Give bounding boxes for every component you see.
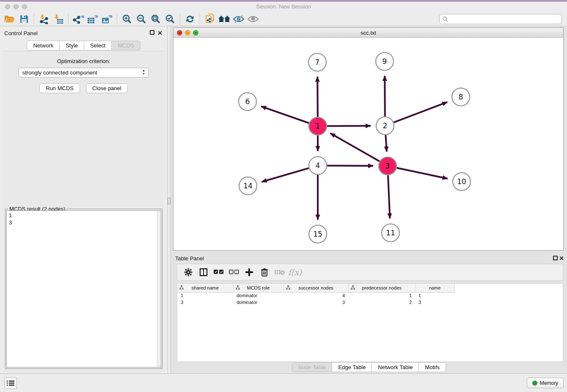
table-cell[interactable]: dominator bbox=[233, 299, 284, 306]
table-close-icon[interactable]: ✕ bbox=[559, 255, 564, 261]
table-cell[interactable]: dominator bbox=[233, 292, 284, 299]
deselect-all-button[interactable] bbox=[226, 265, 242, 279]
graph-edge-1-7[interactable] bbox=[317, 77, 318, 117]
refresh-layout-button[interactable] bbox=[183, 13, 197, 25]
create-column-button[interactable] bbox=[242, 265, 257, 279]
mcds-result-box[interactable]: 13 bbox=[6, 210, 161, 367]
task-history-button[interactable] bbox=[4, 377, 17, 389]
mcds-panel: Optimization criterion: strongly connect… bbox=[3, 51, 164, 373]
show-column-icon bbox=[199, 268, 208, 276]
column-header-name[interactable]: name bbox=[415, 284, 454, 292]
function-builder-icon: f(x) bbox=[288, 268, 302, 277]
import-table-button[interactable] bbox=[51, 13, 66, 25]
tab-node-table[interactable]: Node Table bbox=[292, 362, 333, 372]
column-header-shared-name[interactable]: shared name bbox=[177, 284, 233, 292]
graph-edge-2-8[interactable] bbox=[394, 102, 448, 122]
tab-select[interactable]: Select bbox=[84, 41, 112, 50]
toolbar-separator bbox=[68, 14, 69, 25]
delete-column-button[interactable] bbox=[257, 265, 272, 279]
tab-style[interactable]: Style bbox=[60, 41, 84, 50]
search-icon bbox=[442, 16, 448, 22]
graph-edge-4-14[interactable] bbox=[262, 168, 309, 182]
search-input[interactable] bbox=[448, 15, 561, 23]
graph-node-label-2: 2 bbox=[383, 121, 388, 130]
tab-motifs[interactable]: Motifs bbox=[419, 362, 446, 372]
new-network-from-selection-button[interactable] bbox=[203, 13, 217, 25]
graph-node-label-6: 6 bbox=[245, 97, 250, 106]
graph-edge-3-11[interactable] bbox=[388, 175, 390, 218]
zoom-out-button[interactable] bbox=[134, 13, 149, 25]
table-cell[interactable]: 1 bbox=[415, 292, 454, 299]
graph-edge-1-6[interactable] bbox=[261, 106, 309, 123]
close-panel-button[interactable]: Close panel bbox=[86, 83, 128, 93]
table-cell[interactable]: 3 bbox=[284, 299, 348, 306]
import-network-button[interactable] bbox=[37, 13, 51, 25]
control-panel-title: Control Panel bbox=[4, 30, 38, 36]
column-header-successor-nodes[interactable]: successor nodes bbox=[284, 284, 348, 292]
table-cell[interactable]: 3 bbox=[177, 299, 233, 306]
toolbar-separator bbox=[200, 14, 200, 25]
memory-button[interactable]: Memory bbox=[527, 378, 564, 388]
delete-column-icon bbox=[261, 268, 268, 276]
table-cell[interactable]: 3 bbox=[415, 299, 454, 306]
function-builder-button[interactable]: f(x) bbox=[287, 265, 303, 279]
graph-edge-3-10[interactable] bbox=[397, 168, 448, 179]
network-window-title: scc.txt bbox=[173, 30, 563, 36]
table-settings-button[interactable] bbox=[181, 265, 196, 279]
node-table-container: shared name MCDS role succ bbox=[177, 283, 563, 362]
show-all-button[interactable] bbox=[246, 13, 260, 25]
network-canvas[interactable]: 7968124314101511 bbox=[173, 38, 563, 250]
tab-edge-table[interactable]: Edge Table bbox=[332, 362, 372, 372]
close-panel-icon[interactable]: ✕ bbox=[157, 30, 163, 36]
table-cell[interactable]: 1 bbox=[177, 292, 233, 299]
network-graph[interactable]: 7968124314101511 bbox=[173, 38, 563, 250]
zoom-selected-button[interactable] bbox=[163, 13, 177, 25]
tab-network-table[interactable]: Network Table bbox=[372, 362, 419, 372]
graph-edge-1-2[interactable] bbox=[327, 126, 371, 126]
refresh-layout-icon bbox=[185, 14, 195, 24]
float-panel-icon[interactable] bbox=[150, 30, 154, 35]
hide-selected-button[interactable] bbox=[231, 13, 246, 25]
save-session-button[interactable] bbox=[17, 13, 31, 25]
app-title: Session: New Session bbox=[0, 3, 567, 10]
table-row[interactable]: 1dominator411 bbox=[177, 292, 454, 299]
optimization-criterion-select[interactable]: strongly connected component ▲▼ bbox=[19, 68, 149, 77]
table-cell[interactable]: 2 bbox=[348, 299, 415, 306]
first-neighbors-button[interactable] bbox=[217, 13, 231, 25]
column-header-predecessor-nodes[interactable]: predecessor nodes bbox=[348, 284, 415, 292]
table-panel-title: Table Panel bbox=[175, 255, 204, 262]
workspace-area: ✕ − + scc.txt 7968124314101511 Table Pan… bbox=[171, 26, 567, 373]
splitter-grip[interactable] bbox=[168, 198, 171, 204]
run-mcds-button[interactable]: Run MCDS bbox=[39, 83, 80, 93]
export-table-button[interactable] bbox=[85, 13, 100, 25]
search-field[interactable] bbox=[439, 14, 562, 24]
graph-edge-3-1[interactable] bbox=[330, 133, 380, 161]
show-column-button[interactable] bbox=[196, 265, 211, 279]
graph-edge-2-9[interactable] bbox=[385, 76, 385, 116]
tab-network[interactable]: Network bbox=[27, 41, 60, 50]
zoom-fit-icon bbox=[151, 14, 161, 24]
delete-table-button[interactable] bbox=[272, 265, 287, 279]
zoom-fit-button[interactable] bbox=[149, 13, 163, 25]
select-all-button[interactable] bbox=[211, 265, 226, 279]
table-cell[interactable]: 1 bbox=[348, 292, 415, 299]
panel-splitter[interactable] bbox=[167, 26, 171, 373]
column-header-mcds-role[interactable]: MCDS role bbox=[233, 284, 284, 292]
export-network-button[interactable] bbox=[71, 13, 85, 25]
graph-edge-4-3[interactable] bbox=[327, 166, 373, 166]
tab-mcds[interactable]: MCDS bbox=[112, 41, 140, 50]
show-all-icon bbox=[247, 14, 259, 24]
toolbar-separator bbox=[117, 14, 117, 25]
graph-edge-2-3[interactable] bbox=[385, 135, 386, 152]
open-file-button[interactable] bbox=[3, 13, 17, 25]
result-scrollbar[interactable] bbox=[157, 211, 161, 367]
settings-gear-icon bbox=[184, 268, 193, 276]
hide-selected-icon bbox=[233, 14, 245, 24]
table-row[interactable]: 3dominator323 bbox=[177, 299, 454, 306]
deselect-all-icon bbox=[229, 270, 239, 275]
export-image-button[interactable] bbox=[100, 13, 114, 25]
zoom-in-button[interactable] bbox=[120, 13, 134, 25]
network-window-titlebar[interactable]: ✕ − + scc.txt bbox=[173, 28, 563, 38]
table-cell[interactable]: 4 bbox=[284, 292, 348, 299]
table-float-icon[interactable] bbox=[553, 256, 558, 260]
